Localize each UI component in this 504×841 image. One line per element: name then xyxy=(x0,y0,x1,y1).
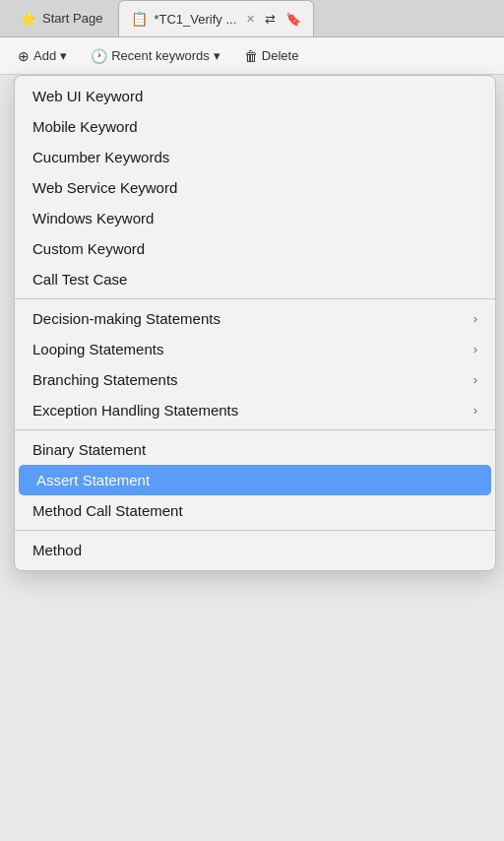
clock-icon: 🕐 xyxy=(91,48,107,64)
recent-chevron-icon: ▾ xyxy=(214,48,220,63)
menu-item-label-decision-making: Decision-making Statements xyxy=(32,310,220,327)
tab-bar: ⭐ Start Page 📋 *TC1_Verify ... ✕ ⇄ 🔖 xyxy=(0,0,504,37)
delete-button[interactable]: 🗑 Delete xyxy=(234,44,309,68)
menu-item-branching[interactable]: Branching Statements› xyxy=(15,364,495,395)
menu-item-label-looping: Looping Statements xyxy=(32,341,163,357)
menu-item-decision-making[interactable]: Decision-making Statements› xyxy=(15,303,495,334)
menu-item-assert-statement[interactable]: Assert Statement xyxy=(19,465,491,495)
menu-item-web-service-keyword[interactable]: Web Service Keyword xyxy=(15,172,495,203)
menu-item-label-windows-keyword: Windows Keyword xyxy=(32,210,154,226)
menu-separator xyxy=(15,429,495,430)
menu-item-windows-keyword[interactable]: Windows Keyword xyxy=(15,203,495,233)
tab-start-page-label: Start Page xyxy=(42,11,102,26)
bookmark-icon: 🔖 xyxy=(285,12,301,27)
add-icon: ⊕ xyxy=(18,48,30,64)
menu-item-cucumber-keywords[interactable]: Cucumber Keywords xyxy=(15,142,495,172)
menu-item-label-custom-keyword: Custom Keyword xyxy=(32,240,145,257)
submenu-chevron-icon: › xyxy=(473,372,477,387)
tab-tc1[interactable]: 📋 *TC1_Verify ... ✕ ⇄ 🔖 xyxy=(118,0,314,36)
menu-item-custom-keyword[interactable]: Custom Keyword xyxy=(15,233,495,264)
menu-item-label-assert-statement: Assert Statement xyxy=(36,472,150,488)
menu-item-exception-handling[interactable]: Exception Handling Statements› xyxy=(15,395,495,425)
menu-item-label-web-ui-keyword: Web UI Keyword xyxy=(32,88,143,104)
submenu-chevron-icon: › xyxy=(473,311,477,326)
menu-item-label-method-call: Method Call Statement xyxy=(32,502,183,519)
menu-item-binary-statement[interactable]: Binary Statement xyxy=(15,434,495,465)
recent-label: Recent keywords xyxy=(111,48,210,63)
trash-icon: 🗑 xyxy=(244,48,258,64)
menu-item-label-call-test-case: Call Test Case xyxy=(32,271,127,288)
tab-tc1-label: *TC1_Verify ... xyxy=(154,12,236,27)
menu-item-mobile-keyword[interactable]: Mobile Keyword xyxy=(15,111,495,142)
menu-item-label-web-service-keyword: Web Service Keyword xyxy=(32,179,177,196)
menu-item-method[interactable]: Method xyxy=(15,535,495,565)
menu-item-label-method: Method xyxy=(32,542,82,558)
menu-item-web-ui-keyword[interactable]: Web UI Keyword xyxy=(15,81,495,111)
menu-item-label-exception-handling: Exception Handling Statements xyxy=(32,402,238,419)
star-icon: ⭐ xyxy=(20,11,36,27)
menu-item-label-mobile-keyword: Mobile Keyword xyxy=(32,118,138,135)
dropdown-menu: Web UI KeywordMobile KeywordCucumber Key… xyxy=(14,75,496,571)
menu-item-method-call[interactable]: Method Call Statement xyxy=(15,495,495,526)
menu-item-label-branching: Branching Statements xyxy=(32,371,178,388)
toolbar: ⊕ Add ▾ 🕐 Recent keywords ▾ 🗑 Delete xyxy=(0,37,504,75)
tab-start-page[interactable]: ⭐ Start Page xyxy=(8,0,114,36)
menu-item-looping[interactable]: Looping Statements› xyxy=(15,334,495,364)
table-icon: 📋 xyxy=(131,11,148,27)
menu-item-call-test-case[interactable]: Call Test Case xyxy=(15,264,495,294)
delete-label: Delete xyxy=(262,48,299,63)
menu-separator xyxy=(15,298,495,299)
close-icon[interactable]: ✕ xyxy=(246,13,255,26)
menu-item-label-cucumber-keywords: Cucumber Keywords xyxy=(32,149,169,165)
swap-icon: ⇄ xyxy=(265,12,276,27)
recent-keywords-button[interactable]: 🕐 Recent keywords ▾ xyxy=(81,44,230,68)
menu-separator xyxy=(15,530,495,531)
submenu-chevron-icon: › xyxy=(473,342,477,356)
submenu-chevron-icon: › xyxy=(473,403,477,418)
add-label: Add xyxy=(33,48,56,63)
add-button[interactable]: ⊕ Add ▾ xyxy=(8,44,77,68)
add-chevron-icon: ▾ xyxy=(60,48,67,63)
menu-item-label-binary-statement: Binary Statement xyxy=(32,441,146,458)
